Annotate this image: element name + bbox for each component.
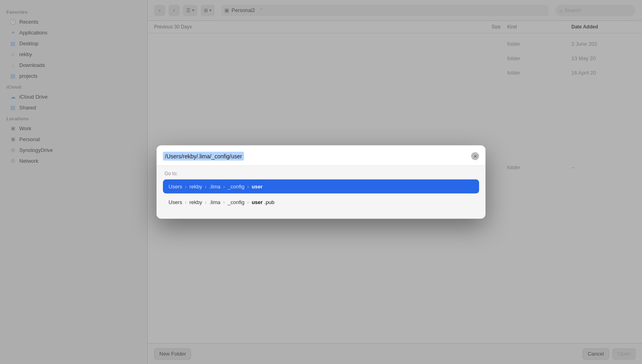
path-part: rekby — [189, 199, 202, 205]
input-highlighted-text[interactable]: /Users/rekby/.lima/_config/user — [163, 152, 244, 161]
path-part: Users — [169, 199, 182, 205]
path-part: _config — [228, 184, 244, 190]
close-button[interactable]: ✕ — [471, 152, 479, 160]
suggestion-item[interactable]: Users › rekby › .lima › _config › user — [163, 180, 479, 194]
path-part: .lima — [209, 184, 220, 190]
input-wrapper: /Users/rekby/.lima/_config/user — [163, 152, 468, 161]
path-part: _config — [228, 199, 244, 205]
suggestion-item[interactable]: Users › rekby › .lima › _config › user.p… — [163, 195, 479, 209]
path-part: .lima — [209, 199, 220, 205]
path-separator: › — [247, 199, 249, 205]
path-separator: › — [205, 199, 207, 205]
path-separator: › — [247, 184, 249, 189]
goto-label: Go to: — [163, 171, 479, 176]
path-separator: › — [185, 184, 187, 189]
path-bold-part: user — [252, 184, 262, 190]
path-separator: › — [223, 199, 225, 205]
goto-dialog: /Users/rekby/.lima/_config/user ✕ Go to:… — [156, 146, 486, 219]
dialog-body: Go to: Users › rekby › .lima › _config ›… — [156, 166, 486, 219]
path-separator: › — [185, 199, 187, 205]
path-part: rekby — [189, 184, 202, 190]
path-suffix: .pub — [264, 199, 274, 205]
dialog-input-row: /Users/rekby/.lima/_config/user ✕ — [156, 146, 486, 166]
path-separator: › — [205, 184, 207, 189]
path-bold-part: user — [252, 199, 262, 205]
path-separator: › — [223, 184, 225, 189]
path-part: Users — [169, 184, 182, 190]
